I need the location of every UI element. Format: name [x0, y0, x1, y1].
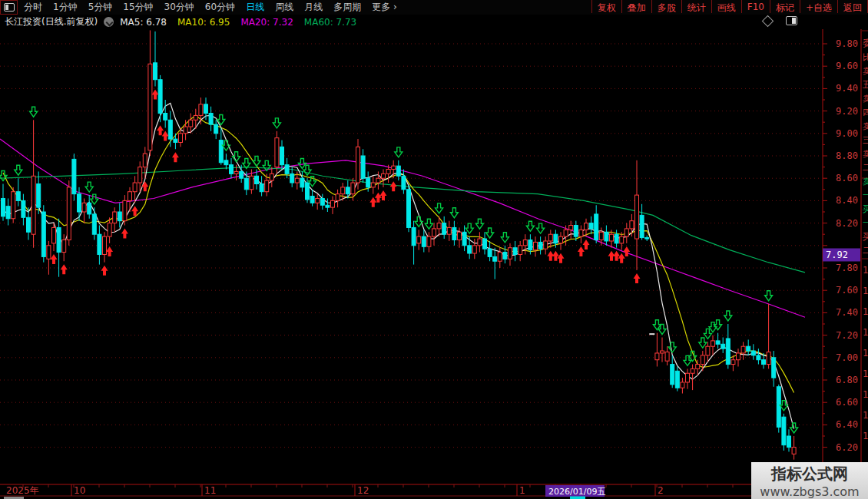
candle[interactable]	[108, 223, 111, 237]
candle[interactable]	[624, 229, 628, 236]
candle[interactable]	[726, 339, 730, 365]
candle[interactable]	[57, 227, 61, 252]
candle[interactable]	[47, 246, 51, 259]
candle[interactable]	[468, 246, 472, 253]
candle[interactable]	[513, 248, 517, 255]
candle[interactable]	[184, 127, 187, 134]
candle[interactable]	[230, 165, 234, 174]
candle[interactable]	[255, 176, 259, 183]
candle[interactable]	[396, 166, 400, 176]
candle[interactable]	[6, 207, 10, 219]
candle[interactable]	[792, 448, 796, 454]
collapse-chevron-icon[interactable]	[104, 17, 114, 27]
candle[interactable]	[528, 240, 532, 250]
candle[interactable]	[275, 138, 279, 167]
candle[interactable]	[534, 242, 538, 250]
menu-item-1分钟[interactable]: 1分钟	[53, 1, 78, 14]
candle[interactable]	[721, 344, 725, 349]
candle[interactable]	[564, 230, 568, 236]
candle[interactable]	[154, 63, 157, 80]
candle[interactable]	[62, 240, 66, 253]
candle[interactable]	[300, 178, 304, 187]
candle[interactable]	[452, 227, 456, 240]
candle[interactable]	[179, 134, 183, 143]
candle[interactable]	[209, 114, 213, 125]
candle[interactable]	[22, 200, 25, 217]
candle[interactable]	[493, 256, 497, 261]
menu-item-60分钟[interactable]: 60分钟	[205, 1, 235, 14]
candle[interactable]	[595, 214, 598, 240]
candle[interactable]	[382, 173, 386, 178]
candle[interactable]	[244, 178, 248, 190]
candle[interactable]	[701, 355, 704, 365]
candle[interactable]	[610, 234, 614, 241]
candle[interactable]	[285, 165, 289, 174]
candle[interactable]	[52, 227, 56, 243]
candle[interactable]	[488, 249, 492, 256]
candle[interactable]	[741, 346, 745, 353]
candle[interactable]	[523, 240, 527, 246]
candle[interactable]	[346, 187, 350, 194]
candle[interactable]	[371, 183, 375, 187]
candle[interactable]	[554, 234, 558, 243]
toolbar-button-标记[interactable]: 标记	[770, 0, 800, 13]
menu-item-分时[interactable]: 分时	[24, 1, 42, 14]
candle[interactable]	[747, 346, 750, 351]
candle[interactable]	[2, 198, 5, 216]
candle[interactable]	[204, 104, 208, 114]
candle[interactable]	[762, 360, 766, 365]
candle[interactable]	[113, 212, 117, 223]
candle[interactable]	[164, 114, 167, 121]
candle[interactable]	[407, 190, 411, 228]
candle[interactable]	[386, 170, 390, 174]
candle[interactable]	[326, 205, 330, 207]
candle[interactable]	[194, 115, 197, 120]
candle[interactable]	[599, 232, 603, 240]
candle[interactable]	[219, 140, 223, 163]
candle[interactable]	[478, 239, 482, 246]
menu-item-15分钟[interactable]: 15分钟	[123, 1, 153, 14]
candle[interactable]	[711, 341, 715, 346]
candle[interactable]	[41, 212, 45, 256]
diamond-icon[interactable]	[762, 15, 774, 27]
candle[interactable]	[361, 156, 365, 178]
candle[interactable]	[133, 183, 137, 192]
candle[interactable]	[128, 192, 132, 201]
toolbar-button-返回[interactable]: 返回	[837, 0, 868, 13]
candle[interactable]	[320, 198, 324, 205]
candle[interactable]	[250, 176, 253, 190]
pane-split-icon[interactable]	[786, 16, 797, 25]
candle[interactable]	[615, 234, 618, 243]
toolbar-button-复权[interactable]: 复权	[591, 0, 622, 13]
candle[interactable]	[82, 203, 86, 212]
candle[interactable]	[366, 178, 370, 187]
candle[interactable]	[31, 176, 35, 234]
candle[interactable]	[437, 223, 441, 229]
candle[interactable]	[123, 200, 127, 220]
candle[interactable]	[767, 352, 770, 365]
candle[interactable]	[675, 371, 679, 388]
candle[interactable]	[27, 217, 31, 232]
candle[interactable]	[518, 246, 522, 255]
menu-item-更多 ›[interactable]: 更多 ›	[372, 1, 397, 14]
candle[interactable]	[214, 124, 218, 134]
candle[interactable]	[681, 382, 684, 388]
candle[interactable]	[605, 232, 608, 241]
candle[interactable]	[472, 246, 476, 253]
candle[interactable]	[671, 365, 674, 385]
candle[interactable]	[316, 198, 320, 203]
menu-item-日线[interactable]: 日线	[246, 1, 264, 14]
candle[interactable]	[341, 187, 345, 194]
candle[interactable]	[12, 192, 15, 219]
candle[interactable]	[331, 200, 335, 207]
candle[interactable]	[509, 248, 512, 259]
candle[interactable]	[103, 236, 107, 254]
candle[interactable]	[168, 120, 172, 139]
candle[interactable]	[356, 147, 360, 183]
candle[interactable]	[240, 171, 244, 178]
candle[interactable]	[78, 194, 81, 212]
candle[interactable]	[118, 212, 121, 221]
menu-item-周线[interactable]: 周线	[275, 1, 293, 14]
menu-item-30分钟[interactable]: 30分钟	[164, 1, 194, 14]
candle[interactable]	[787, 436, 791, 448]
